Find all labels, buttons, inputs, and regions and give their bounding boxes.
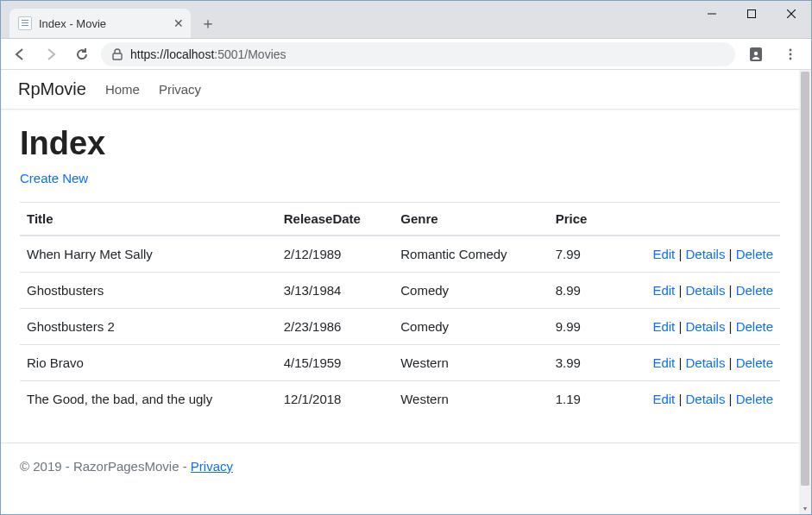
footer-privacy-link[interactable]: Privacy [191,459,233,474]
details-link[interactable]: Details [686,247,726,261]
page-footer: © 2019 - RazorPagesMovie - Privacy [1,443,799,489]
nav-home-link[interactable]: Home [105,82,140,97]
details-link[interactable]: Details [686,319,726,334]
brand-link[interactable]: RpMovie [18,79,86,99]
cell-actions: Edit | Details | Delete [607,236,780,273]
cell-releaseDate: 12/1/2018 [277,381,394,418]
separator: | [729,355,733,370]
cell-genre: Romantic Comedy [393,236,549,273]
edit-link[interactable]: Edit [652,355,675,370]
cell-actions: Edit | Details | Delete [607,273,780,309]
arrow-right-icon [43,47,59,62]
cell-genre: Western [393,381,549,418]
create-new-link[interactable]: Create New [20,171,88,185]
cell-title: When Harry Met Sally [20,236,277,273]
new-tab-button[interactable]: ＋ [196,11,220,35]
forward-button[interactable] [39,42,63,66]
separator: | [729,247,733,261]
reload-icon [74,47,90,62]
maximize-button[interactable] [732,1,771,27]
svg-point-6 [754,51,758,54]
cell-genre: Western [393,345,549,381]
window-controls [692,1,811,27]
cell-releaseDate: 2/23/1986 [277,309,394,345]
cell-price: 7.99 [549,236,607,273]
vertical-scrollbar[interactable]: ▾ [799,70,811,514]
cell-price: 9.99 [549,309,607,345]
nav-privacy-link[interactable]: Privacy [159,82,201,97]
details-link[interactable]: Details [686,392,726,406]
details-link[interactable]: Details [686,283,726,298]
browser-viewport: RpMovie Home Privacy Index Create New Ti… [1,70,811,514]
cell-title: The Good, the bad, and the ugly [20,381,277,418]
minimize-button[interactable] [692,1,732,27]
svg-rect-4 [113,53,122,60]
separator: | [729,319,733,334]
delete-link[interactable]: Delete [736,392,773,406]
footer-text: © 2019 - RazorPagesMovie - [20,459,191,474]
details-link[interactable]: Details [686,355,726,370]
cell-releaseDate: 2/12/1989 [277,236,394,273]
edit-link[interactable]: Edit [652,247,675,261]
separator: | [729,392,733,406]
lock-icon [111,48,123,60]
cell-actions: Edit | Details | Delete [607,309,780,345]
delete-link[interactable]: Delete [736,355,773,370]
tab-close-button[interactable]: ✕ [173,16,184,30]
back-button[interactable] [8,42,32,66]
tab-favicon [18,16,32,30]
cell-title: Ghostbusters [20,273,277,309]
cell-price: 3.99 [549,345,607,381]
arrow-left-icon [12,47,28,62]
edit-link[interactable]: Edit [652,392,675,406]
reload-button[interactable] [70,42,94,66]
cell-actions: Edit | Details | Delete [607,345,780,381]
page-title: Index [20,125,780,162]
separator: | [678,355,682,370]
account-button[interactable] [742,46,770,63]
separator: | [678,319,682,334]
header-genre: Genre [393,203,549,236]
cell-genre: Comedy [393,309,549,345]
table-row: The Good, the bad, and the ugly12/1/2018… [20,381,780,418]
url-text: https://localhost:5001/Movies [130,47,286,61]
header-actions [607,203,780,236]
account-icon [747,46,765,63]
table-header-row: Title ReleaseDate Genre Price [20,203,780,236]
browser-tab[interactable]: Index - Movie ✕ [9,9,191,38]
tab-title: Index - Movie [39,17,106,30]
edit-link[interactable]: Edit [652,319,675,334]
separator: | [729,283,733,298]
maximize-icon [747,9,756,18]
scrollbar-thumb[interactable] [801,72,809,486]
site-nav: RpMovie Home Privacy [1,70,799,110]
menu-button[interactable] [777,47,804,61]
cell-releaseDate: 3/13/1984 [277,273,394,309]
page-content: RpMovie Home Privacy Index Create New Ti… [1,70,799,514]
main-area: Index Create New Title ReleaseDate Genre… [1,110,799,443]
svg-point-9 [790,57,792,60]
header-releasedate: ReleaseDate [277,203,394,236]
cell-genre: Comedy [393,273,549,309]
table-row: Ghostbusters 22/23/1986Comedy9.99Edit | … [20,309,780,345]
cell-price: 1.19 [549,381,607,418]
table-row: When Harry Met Sally2/12/1989Romantic Co… [20,236,780,273]
separator: | [678,392,682,406]
cell-actions: Edit | Details | Delete [607,381,780,418]
kebab-icon [784,47,797,61]
address-bar: https://localhost:5001/Movies [1,39,811,70]
edit-link[interactable]: Edit [652,283,675,298]
header-title: Title [20,203,277,236]
scrollbar-down-arrow[interactable]: ▾ [799,502,811,514]
delete-link[interactable]: Delete [736,319,773,334]
movies-table: Title ReleaseDate Genre Price When Harry… [20,202,780,417]
delete-link[interactable]: Delete [736,247,773,261]
separator: | [678,283,682,298]
cell-title: Ghostbusters 2 [20,309,277,345]
cell-releaseDate: 4/15/1959 [277,345,394,381]
minimize-icon [708,9,716,18]
svg-point-8 [790,53,792,55]
close-window-button[interactable] [771,1,811,27]
delete-link[interactable]: Delete [736,283,773,298]
omnibox[interactable]: https://localhost:5001/Movies [101,42,735,66]
